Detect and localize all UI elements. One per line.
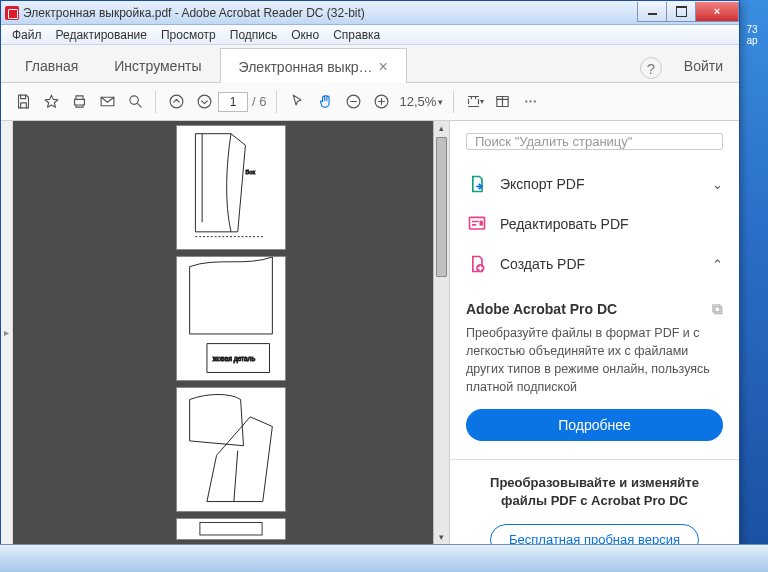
mail-icon[interactable]	[93, 88, 121, 116]
tool-label: Создать PDF	[500, 256, 712, 272]
print-icon[interactable]	[65, 88, 93, 116]
more-tools-icon[interactable]	[516, 88, 544, 116]
svg-text:жовая деталь: жовая деталь	[213, 355, 256, 363]
promo-text: Преобразуйте файлы в формат PDF и с легк…	[466, 324, 723, 397]
right-panel: Поиск "Удалить страницу" Экспорт PDF ⌄ Р…	[449, 121, 739, 544]
read-mode-icon[interactable]	[488, 88, 516, 116]
select-tool-icon[interactable]	[283, 88, 311, 116]
page-down-icon[interactable]	[190, 88, 218, 116]
app-icon	[5, 6, 19, 20]
svg-rect-0	[74, 99, 84, 105]
chevron-down-icon: ⌄	[712, 177, 723, 192]
tool-label: Экспорт PDF	[500, 176, 712, 192]
zoom-in-icon[interactable]	[367, 88, 395, 116]
menu-file[interactable]: Файл	[5, 26, 49, 44]
create-pdf-icon	[466, 254, 488, 274]
menu-view[interactable]: Просмотр	[154, 26, 223, 44]
login-button[interactable]: Войти	[668, 48, 739, 82]
free-trial-button[interactable]: Бесплатная пробная версия	[490, 524, 699, 544]
svg-point-10	[533, 100, 535, 102]
edit-pdf-icon	[466, 214, 488, 234]
hand-tool-icon[interactable]	[311, 88, 339, 116]
menu-help[interactable]: Справка	[326, 26, 387, 44]
zoom-select[interactable]: 12,5% ▾	[395, 94, 447, 109]
help-button[interactable]: ?	[640, 57, 662, 79]
tool-create-pdf[interactable]: Создать PDF ⌃	[466, 244, 723, 284]
tool-edit-pdf[interactable]: Редактировать PDF	[466, 204, 723, 244]
svg-point-4	[198, 95, 211, 108]
maximize-button[interactable]	[666, 2, 696, 22]
tab-row: Главная Инструменты Электронная выкр… × …	[1, 45, 739, 83]
svg-text:Бок: Бок	[245, 169, 255, 175]
tab-home[interactable]: Главная	[7, 48, 96, 82]
taskbar[interactable]	[0, 544, 768, 572]
export-pdf-icon	[466, 174, 488, 194]
tab-document[interactable]: Электронная выкр… ×	[220, 48, 407, 83]
page-thumbnail[interactable]: Бок	[176, 125, 286, 250]
menu-window[interactable]: Окно	[284, 26, 326, 44]
close-button[interactable]: ×	[695, 2, 739, 22]
page-up-icon[interactable]	[162, 88, 190, 116]
page-total: / 6	[252, 94, 266, 109]
promo-trial-heading: Преобразовывайте и изменяйте файлы PDF с…	[466, 474, 723, 510]
chevron-up-icon: ⌃	[712, 257, 723, 272]
fit-width-icon[interactable]: ▾	[460, 88, 488, 116]
vertical-scrollbar[interactable]: ▴▾	[433, 121, 449, 544]
star-icon[interactable]	[37, 88, 65, 116]
copy-icon[interactable]: ⧉	[712, 300, 723, 318]
promo-block: Adobe Acrobat Pro DC ⧉ Преобразуйте файл…	[466, 292, 723, 451]
zoom-out-icon[interactable]	[339, 88, 367, 116]
tool-export-pdf[interactable]: Экспорт PDF ⌄	[466, 164, 723, 204]
page-view[interactable]: Бок жовая деталь ▴▾	[13, 121, 449, 544]
svg-point-9	[529, 100, 531, 102]
left-collapse-handle[interactable]: ▸	[1, 121, 13, 544]
page-thumbnail[interactable]	[176, 518, 286, 540]
tab-tools[interactable]: Инструменты	[96, 48, 219, 82]
search-input[interactable]: Поиск "Удалить страницу"	[466, 133, 723, 150]
menu-sign[interactable]: Подпись	[223, 26, 285, 44]
close-tab-icon[interactable]: ×	[379, 62, 388, 72]
minimize-button[interactable]	[637, 2, 667, 22]
content-area: ▸ Бок жовая деталь	[1, 121, 739, 544]
svg-rect-14	[200, 523, 262, 535]
menubar: Файл Редактирование Просмотр Подпись Окн…	[1, 25, 739, 45]
save-icon[interactable]	[9, 88, 37, 116]
svg-point-8	[525, 100, 527, 102]
promo-heading: Adobe Acrobat Pro DC	[466, 301, 617, 317]
page-current-input[interactable]	[218, 92, 248, 112]
promo-trial-block: Преобразовывайте и изменяйте файлы PDF с…	[450, 459, 739, 545]
search-icon[interactable]	[121, 88, 149, 116]
page-thumbnail[interactable]	[176, 387, 286, 512]
desktop-icon[interactable]: 73ар	[742, 24, 762, 46]
tool-label: Редактировать PDF	[500, 216, 723, 232]
tab-document-label: Электронная выкр…	[239, 59, 373, 75]
toolbar: / 6 12,5% ▾ ▾	[1, 83, 739, 121]
svg-rect-16	[480, 221, 483, 226]
app-window: Электронная выкройка.pdf - Adobe Acrobat…	[0, 0, 740, 545]
menu-edit[interactable]: Редактирование	[49, 26, 154, 44]
svg-point-2	[129, 96, 138, 105]
learn-more-button[interactable]: Подробнее	[466, 409, 723, 441]
page-thumbnail[interactable]: жовая деталь	[176, 256, 286, 381]
svg-point-3	[170, 95, 183, 108]
titlebar: Электронная выкройка.pdf - Adobe Acrobat…	[1, 1, 739, 25]
window-title: Электронная выкройка.pdf - Adobe Acrobat…	[23, 6, 638, 20]
